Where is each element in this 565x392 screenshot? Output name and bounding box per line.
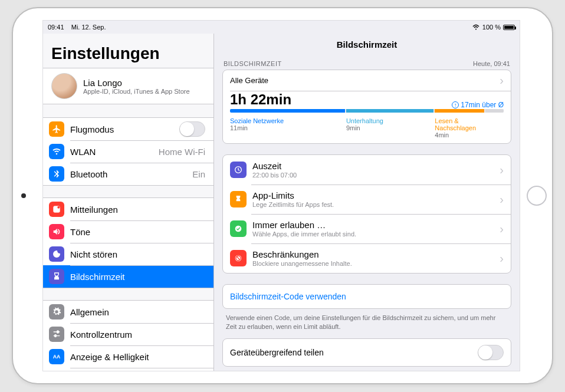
battery-pct: 100 %: [482, 24, 501, 31]
share-toggle[interactable]: [478, 345, 504, 360]
wifi-label: WLAN: [70, 147, 159, 157]
passcode-card: Bildschirmzeit-Code verwenden: [222, 284, 511, 309]
general-label: Allgemein: [70, 307, 205, 317]
detail-pane: Bildschirmzeit Bildschirmzeit Heute, 09:…: [214, 34, 520, 371]
wifi-icon: [472, 24, 480, 30]
sidebar-item-notifications[interactable]: Mitteilungen: [43, 198, 213, 220]
control-icon: [49, 327, 64, 342]
total-time: 1h 22min: [223, 91, 298, 109]
screentime-label: Bildschirmzeit: [70, 272, 205, 282]
restrictions-row[interactable]: BeschränkungenBlockiere unangemessene In…: [223, 243, 511, 273]
bt-label: Bluetooth: [70, 169, 192, 179]
all-devices-label: Alle Geräte: [230, 76, 268, 85]
control-label: Kontrollzentrum: [70, 330, 205, 340]
sidebar-item-dnd[interactable]: Nicht stören: [43, 243, 213, 265]
gear-icon: [49, 304, 64, 319]
check-icon: [230, 220, 247, 237]
svg-point-7: [235, 226, 242, 232]
notif-label: Mitteilungen: [70, 205, 205, 215]
applimits-row[interactable]: App-LimitsLege Zeitlimits für Apps fest.…: [223, 185, 511, 214]
wifi-settings-icon: [49, 144, 64, 159]
bt-value: Ein: [192, 169, 205, 179]
svg-point-2: [57, 206, 60, 209]
dnd-label: Nicht stören: [70, 249, 205, 259]
svg-text:AA: AA: [53, 354, 61, 360]
ipad-frame: 09:41 Mi. 12. Sep. 100 % Einstellungen L…: [12, 7, 553, 384]
display-label: Anzeige & Helligkeit: [70, 352, 205, 362]
chevron-right-icon: ›: [500, 163, 504, 177]
profile-sub: Apple-ID, iCloud, iTunes & App Store: [83, 88, 190, 95]
downtime-icon: [230, 162, 247, 178]
category-value: 11min: [230, 124, 345, 131]
sounds-label: Töne: [70, 227, 205, 237]
downtime-row[interactable]: Auszeit22:00 bis 07:00 ›: [223, 155, 511, 185]
display-icon: AA: [49, 349, 64, 364]
airplane-label: Flugmodus: [70, 124, 179, 134]
apple-id-row[interactable]: Lia Longo Apple-ID, iCloud, iTunes & App…: [43, 68, 213, 104]
profile-name: Lia Longo: [83, 78, 190, 88]
block-icon: [230, 250, 247, 266]
summary-card[interactable]: Alle Geräte › 1h 22min ↑ 17min über Ø So…: [222, 70, 511, 144]
status-bar: 09:41 Mi. 12. Sep. 100 %: [43, 21, 520, 34]
settings-sidebar: Einstellungen Lia Longo Apple-ID, iCloud…: [43, 34, 214, 371]
features-card: Auszeit22:00 bis 07:00 › App-LimitsLege …: [222, 154, 511, 274]
battery-icon: [503, 25, 515, 30]
delta-badge: ↑ 17min über Ø: [452, 101, 504, 109]
avatar: [51, 73, 77, 99]
sidebar-item-sounds[interactable]: Töne: [43, 220, 213, 243]
category-value: 9min: [346, 124, 433, 131]
passcode-desc: Verwende einen Code, um deine Einstellun…: [214, 311, 520, 338]
sidebar-item-general[interactable]: Allgemein: [43, 301, 213, 323]
arrow-up-icon: ↑: [452, 101, 459, 108]
share-label: Geräteübergreifend teilen: [230, 348, 324, 357]
sidebar-item-bluetooth[interactable]: Bluetooth Ein: [43, 163, 213, 185]
usage-bar: [230, 109, 504, 113]
category-value: 4min: [435, 131, 484, 139]
sidebar-item-airplane[interactable]: Flugmodus: [43, 118, 213, 140]
summary-today-label: Heute, 09:41: [473, 60, 510, 67]
category-name: Lesen & Nachschlagen: [435, 117, 484, 131]
category-breakdown: Soziale Netzwerke11minUnterhaltung9minLe…: [223, 116, 511, 143]
sidebar-item-control[interactable]: Kontrollzentrum: [43, 323, 213, 345]
status-date: Mi. 12. Sep.: [71, 24, 106, 31]
sounds-icon: [49, 224, 64, 239]
screen: 09:41 Mi. 12. Sep. 100 % Einstellungen L…: [42, 20, 520, 371]
share-card: Geräteübergreifend teilen: [222, 338, 511, 367]
camera-dot: [21, 193, 26, 198]
summary-section-label: Bildschirmzeit: [224, 60, 282, 67]
sidebar-title: Einstellungen: [43, 34, 213, 68]
allowed-row[interactable]: Immer erlauben …Wähle Apps, die immer er…: [223, 214, 511, 243]
bluetooth-icon: [49, 166, 64, 182]
sidebar-item-display[interactable]: AA Anzeige & Helligkeit: [43, 345, 213, 368]
airplane-icon: [49, 121, 64, 137]
chevron-right-icon: ›: [500, 193, 504, 206]
sidebar-item-wallpaper[interactable]: Hintergrundbild: [43, 368, 213, 371]
status-time: 09:41: [48, 24, 64, 31]
wifi-value: Home Wi-Fi: [159, 147, 205, 157]
category-name: Unterhaltung: [346, 117, 433, 124]
chevron-right-icon: ›: [500, 222, 504, 236]
airplane-toggle[interactable]: [179, 121, 205, 137]
share-desc: Dies kann auf jedem Gerät, das bei iClou…: [214, 369, 520, 371]
screentime-icon: [49, 269, 64, 284]
sidebar-item-screentime[interactable]: Bildschirmzeit: [43, 265, 213, 288]
sidebar-item-wifi[interactable]: WLAN Home Wi-Fi: [43, 140, 213, 163]
page-title: Bildschirmzeit: [214, 34, 520, 60]
category-name: Soziale Netzwerke: [230, 117, 345, 124]
chevron-right-icon: ›: [500, 74, 504, 87]
hourglass-icon: [230, 191, 247, 207]
dnd-icon: [49, 246, 64, 262]
home-button[interactable]: [527, 186, 547, 206]
notifications-icon: [49, 202, 64, 217]
use-passcode-link[interactable]: Bildschirmzeit-Code verwenden: [223, 285, 511, 308]
chevron-right-icon: ›: [500, 252, 504, 265]
